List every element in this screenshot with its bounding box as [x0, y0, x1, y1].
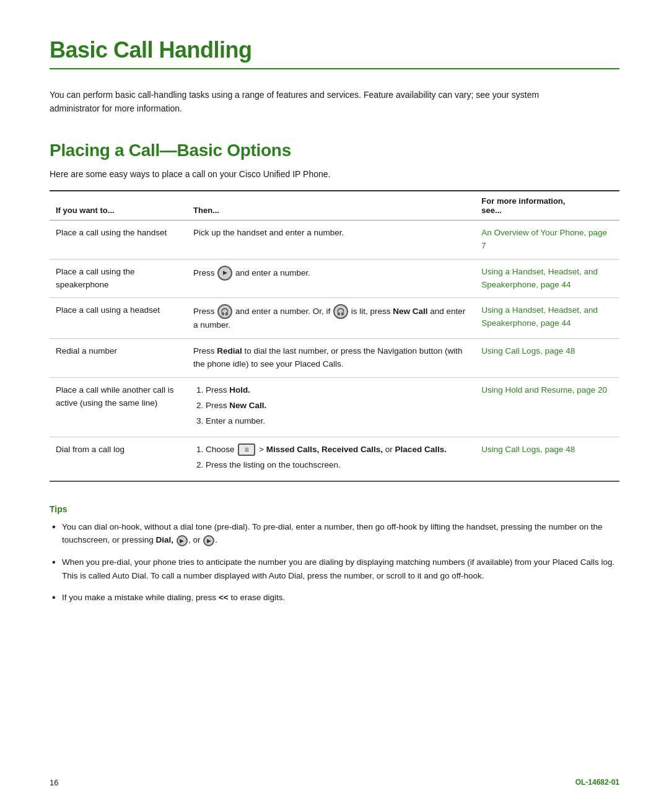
row2-want: Place a call using the speakerphone	[50, 259, 187, 298]
row2-see: Using a Handset, Headset, and Speakerpho…	[475, 259, 619, 298]
table-row: Place a call while another call is activ…	[50, 378, 619, 437]
table-row: Dial from a call log Choose > Missed Cal…	[50, 437, 619, 481]
row4-then: Press Redial to dial the last number, or…	[187, 339, 475, 378]
page-footer: 16 OL-14682-01	[50, 778, 619, 787]
table-row: Redial a number Press Redial to dial the…	[50, 339, 619, 378]
page-title: Basic Call Handling	[50, 37, 619, 63]
row2-link[interactable]: Using a Handset, Headset, and Speakerpho…	[481, 267, 598, 289]
headset-icon: 🎧	[217, 304, 232, 319]
headset-icon2: 🎧	[333, 304, 348, 319]
table-header-row: If you want to... Then... For more infor…	[50, 191, 619, 220]
step-item: Press the listing on the touchscreen.	[206, 459, 469, 472]
row3-then: Press 🎧 and enter a number. Or, if 🎧 is …	[187, 298, 475, 339]
row4-see: Using Call Logs, page 48	[475, 339, 619, 378]
row1-see: An Overview of Your Phone, page 7	[475, 220, 619, 259]
row5-link[interactable]: Using Hold and Resume, page 20	[481, 385, 607, 395]
col2-header: Then...	[187, 191, 475, 220]
row3-link[interactable]: Using a Handset, Headset, and Speakerpho…	[481, 305, 598, 328]
intro-paragraph: You can perform basic call-handling task…	[50, 88, 582, 116]
row3-see: Using a Handset, Headset, and Speakerpho…	[475, 298, 619, 339]
dial-icon2: ▶	[203, 535, 214, 546]
tip-item: You can dial on-hook, without a dial ton…	[50, 520, 619, 547]
row5-want: Place a call while another call is activ…	[50, 378, 187, 437]
table-row: Place a call using the handset Pick up t…	[50, 220, 619, 259]
row6-then: Choose > Missed Calls, Received Calls, o…	[187, 437, 475, 481]
steps-list: Press Hold. Press New Call. Enter a numb…	[193, 384, 469, 428]
row5-see: Using Hold and Resume, page 20	[475, 378, 619, 437]
footer-doc-id: OL-14682-01	[575, 778, 619, 787]
step-item: Enter a number.	[206, 415, 469, 428]
tips-section: Tips You can dial on-hook, without a dia…	[50, 504, 619, 605]
row1-link[interactable]: An Overview of Your Phone, page 7	[481, 228, 607, 250]
dial-icon1: ▶	[177, 535, 188, 546]
col1-header: If you want to...	[50, 191, 187, 220]
steps-list2: Choose > Missed Calls, Received Calls, o…	[193, 443, 469, 472]
tips-heading: Tips	[50, 504, 619, 514]
row4-link[interactable]: Using Call Logs, page 48	[481, 346, 575, 356]
speakerphone-icon: ▶	[217, 266, 232, 281]
row1-then: Pick up the handset and enter a number.	[187, 220, 475, 259]
menu-icon	[238, 443, 255, 456]
table-row: Place a call using the speakerphone Pres…	[50, 259, 619, 298]
call-table: If you want to... Then... For more infor…	[50, 190, 619, 482]
section-title: Placing a Call—Basic Options	[50, 141, 619, 160]
table-row: Place a call using a headset Press 🎧 and…	[50, 298, 619, 339]
tip-item: When you pre-dial, your phone tries to a…	[50, 556, 619, 582]
title-divider	[50, 68, 619, 69]
section-subtitle: Here are some easy ways to place a call …	[50, 169, 619, 179]
row6-link[interactable]: Using Call Logs, page 48	[481, 445, 575, 454]
row2-then: Press ▶ and enter a number.	[187, 259, 475, 298]
row6-see: Using Call Logs, page 48	[475, 437, 619, 481]
row6-want: Dial from a call log	[50, 437, 187, 481]
row4-want: Redial a number	[50, 339, 187, 378]
tips-list: You can dial on-hook, without a dial ton…	[50, 520, 619, 605]
row3-want: Place a call using a headset	[50, 298, 187, 339]
row1-want: Place a call using the handset	[50, 220, 187, 259]
footer-page-number: 16	[50, 778, 58, 787]
step-item: Press Hold.	[206, 384, 469, 397]
tip-item: If you make a mistake while dialing, pre…	[50, 591, 619, 605]
step-item: Press New Call.	[206, 399, 469, 413]
row5-then: Press Hold. Press New Call. Enter a numb…	[187, 378, 475, 437]
step-item: Choose > Missed Calls, Received Calls, o…	[206, 443, 469, 456]
col3-header: For more information, see...	[475, 191, 619, 220]
